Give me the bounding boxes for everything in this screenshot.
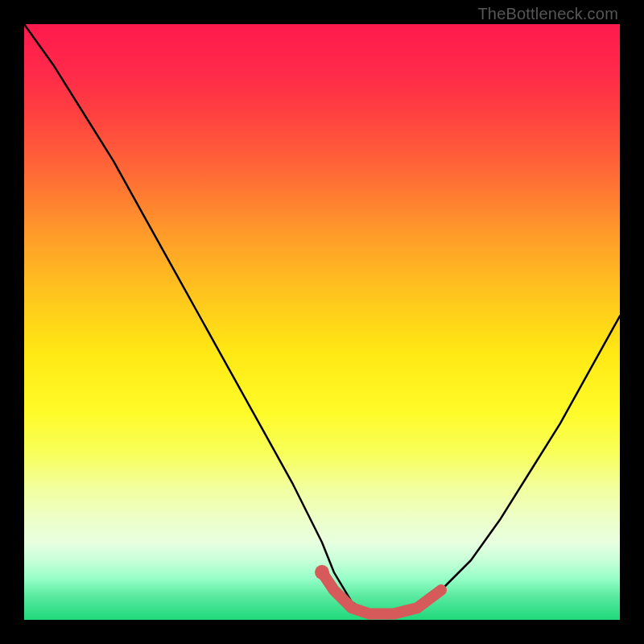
chart-container: TheBottleneck.com: [0, 0, 644, 644]
plot-area: [24, 24, 620, 620]
optimal-start-dot: [315, 565, 329, 580]
curve-svg: [24, 24, 620, 620]
watermark-text: TheBottleneck.com: [477, 5, 618, 23]
optimal-range-path: [322, 572, 441, 614]
bottleneck-curve-path: [24, 24, 620, 614]
